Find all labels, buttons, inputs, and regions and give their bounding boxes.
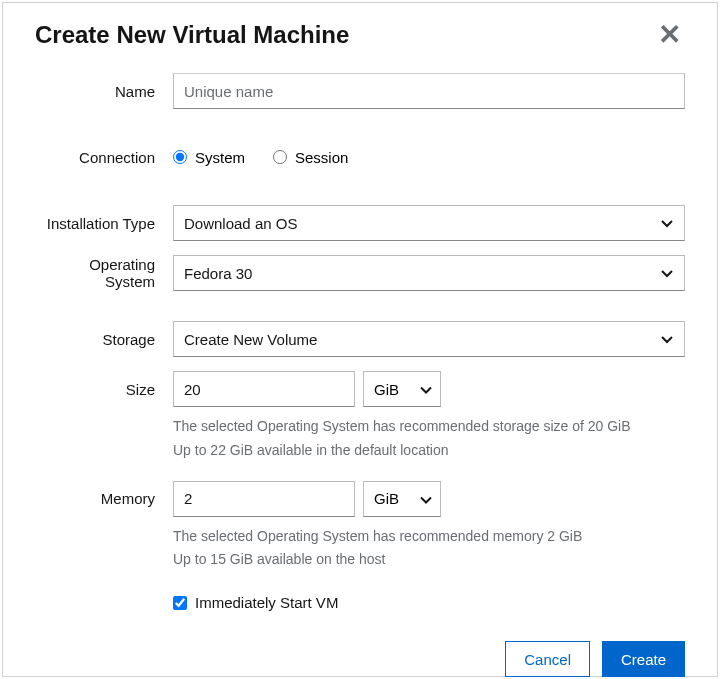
radio-system-label: System [195, 149, 245, 166]
os-select[interactable]: Fedora 30 [173, 255, 685, 291]
memory-help: The selected Operating System has recomm… [173, 525, 685, 573]
size-label: Size [35, 381, 173, 398]
size-input[interactable] [173, 371, 355, 407]
os-label: Operating System [35, 256, 173, 290]
create-vm-dialog: Create New Virtual Machine ✕ Name Connec… [2, 2, 718, 677]
row-name: Name [35, 73, 685, 109]
memory-help-2: Up to 15 GiB available on the host [173, 548, 685, 572]
install-type-label: Installation Type [35, 215, 173, 232]
dialog-footer: Cancel Create [35, 641, 685, 677]
row-memory: Memory GiB [35, 481, 685, 517]
radio-session-input[interactable] [273, 150, 287, 164]
memory-help-1: The selected Operating System has recomm… [173, 525, 685, 549]
radio-system-input[interactable] [173, 150, 187, 164]
install-type-select[interactable]: Download an OS [173, 205, 685, 241]
storage-select[interactable]: Create New Volume [173, 321, 685, 357]
row-install-type: Installation Type Download an OS [35, 205, 685, 241]
start-vm-checkbox[interactable] [173, 596, 187, 610]
size-unit-value: GiB [374, 381, 399, 398]
row-connection: Connection System Session [35, 139, 685, 175]
dialog-title: Create New Virtual Machine [35, 21, 349, 49]
close-button[interactable]: ✕ [654, 21, 685, 49]
caret-down-icon [420, 490, 432, 507]
row-os: Operating System Fedora 30 [35, 255, 685, 291]
row-size: Size GiB [35, 371, 685, 407]
row-storage: Storage Create New Volume [35, 321, 685, 357]
storage-value: Create New Volume [184, 331, 317, 348]
name-input[interactable] [173, 73, 685, 109]
memory-unit-value: GiB [374, 490, 399, 507]
row-start-vm: Immediately Start VM [173, 594, 685, 611]
install-type-value: Download an OS [184, 215, 297, 232]
cancel-button[interactable]: Cancel [505, 641, 590, 677]
os-value: Fedora 30 [184, 265, 252, 282]
memory-label: Memory [35, 490, 173, 507]
create-button[interactable]: Create [602, 641, 685, 677]
radio-session-label: Session [295, 149, 348, 166]
storage-label: Storage [35, 331, 173, 348]
name-label: Name [35, 83, 173, 100]
close-icon: ✕ [658, 19, 681, 50]
size-unit-select[interactable]: GiB [363, 371, 441, 407]
caret-down-icon [420, 381, 432, 398]
memory-input[interactable] [173, 481, 355, 517]
dialog-header: Create New Virtual Machine ✕ [35, 21, 685, 49]
size-help-1: The selected Operating System has recomm… [173, 415, 685, 439]
connection-label: Connection [35, 149, 173, 166]
radio-system[interactable]: System [173, 149, 245, 166]
memory-unit-select[interactable]: GiB [363, 481, 441, 517]
size-help: The selected Operating System has recomm… [173, 415, 685, 463]
start-vm-label: Immediately Start VM [195, 594, 338, 611]
radio-session[interactable]: Session [273, 149, 348, 166]
size-help-2: Up to 22 GiB available in the default lo… [173, 439, 685, 463]
